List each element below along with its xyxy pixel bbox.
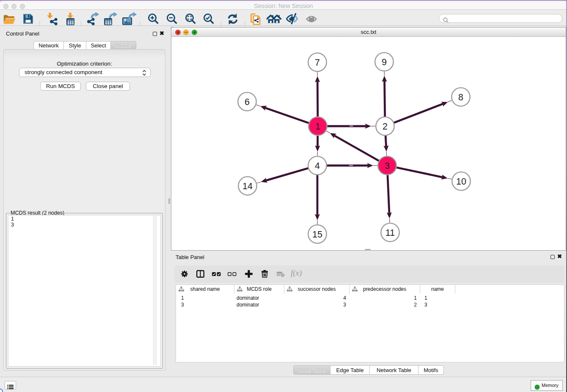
svg-text:8: 8	[458, 92, 463, 102]
svg-text:9: 9	[382, 57, 387, 67]
svg-text:7: 7	[315, 58, 320, 68]
svg-text:2: 2	[383, 121, 388, 132]
svg-text:14: 14	[242, 181, 253, 191]
svg-text:15: 15	[312, 229, 322, 240]
svg-text:10: 10	[456, 177, 466, 187]
svg-text:f(x): f(x)	[291, 269, 302, 278]
svg-text:6: 6	[245, 97, 250, 107]
svg-text:4: 4	[315, 161, 320, 171]
svg-text:3: 3	[385, 161, 390, 171]
svg-text:1: 1	[315, 121, 320, 132]
svg-text:11: 11	[385, 228, 395, 238]
